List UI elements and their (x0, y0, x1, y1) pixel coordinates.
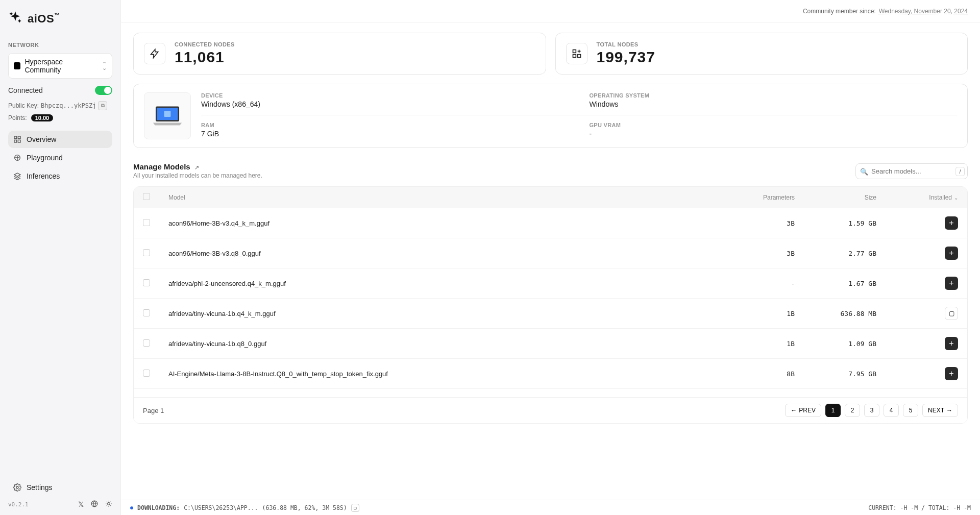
row-checkbox[interactable] (143, 339, 150, 347)
select-all-checkbox[interactable] (143, 193, 150, 200)
statusbar: ● DOWNLOADING: C:\USERS\26253\APP... (63… (121, 500, 980, 515)
model-name: acon96/Home-3B-v3.q4_k_m.gguf (159, 208, 722, 238)
device-card: DEVICE Windows (x86_64) OPERATING SYSTEM… (133, 84, 968, 148)
external-link-icon[interactable]: ↗ (194, 164, 199, 170)
row-checkbox[interactable] (143, 249, 150, 256)
table-row: acon96/Home-3B-v3.q8_0.gguf3B2.77 GB+ (134, 238, 967, 268)
col-size[interactable]: Size (804, 187, 886, 208)
ram-value: 7 GiB (201, 130, 569, 138)
model-action: + (886, 268, 967, 299)
vram-value: - (590, 130, 958, 138)
model-action: ▢ (886, 299, 967, 329)
page-2[interactable]: 2 (845, 404, 860, 417)
model-params: 1B (722, 299, 804, 329)
nav-overview[interactable]: Overview (8, 131, 112, 148)
model-name: afrideva/tiny-vicuna-1b.q8_0.gguf (159, 329, 722, 359)
status-right: CURRENT: -H -M / TOTAL: -H -M (868, 504, 971, 511)
model-size: 2.77 GB (804, 238, 886, 268)
x-logo-icon[interactable]: 𝕏 (78, 500, 84, 509)
svg-rect-1 (18, 136, 20, 139)
network-selector[interactable]: Hyperspace Community ⌃⌄ (8, 53, 112, 79)
sidebar-bottom: v0.2.1 𝕏 (8, 500, 112, 509)
status-state: DOWNLOADING: (137, 504, 180, 511)
table-row: afrideva/tiny-vicuna-1b.q8_0.gguf1B1.09 … (134, 329, 967, 359)
svg-rect-0 (14, 136, 17, 139)
model-size: 636.88 MB (804, 299, 886, 329)
col-parameters[interactable]: Parameters (722, 187, 804, 208)
stop-icon[interactable]: ▢ (351, 504, 359, 512)
chevron-down-icon: ⌄ (954, 195, 958, 201)
next-button[interactable]: NEXT→ (922, 404, 958, 417)
page-4[interactable]: 4 (884, 404, 899, 417)
search-input[interactable] (855, 163, 968, 179)
row-checkbox[interactable] (143, 309, 150, 316)
nav-inferences[interactable]: Inferences (8, 167, 112, 185)
svg-rect-13 (164, 111, 171, 117)
member-since-label: Community member since: (803, 8, 876, 15)
model-action: + (886, 329, 967, 359)
col-installed[interactable]: Installed⌄ (886, 187, 967, 208)
page-3[interactable]: 3 (864, 404, 879, 417)
pager: Page 1 ←PREV 1 2 3 4 5 NEXT→ (134, 397, 967, 423)
network-icon (14, 62, 20, 69)
search-icon: 🔍 (860, 167, 868, 175)
prev-button[interactable]: ←PREV (785, 404, 821, 417)
model-size: 4.58 GB (804, 389, 886, 398)
add-model-button[interactable]: + (945, 247, 958, 260)
model-size: 1.59 GB (804, 208, 886, 238)
svg-rect-9 (577, 55, 580, 58)
page-1[interactable]: 1 (825, 404, 841, 417)
svg-rect-8 (573, 50, 576, 53)
status-progress: (636.88 MB, 62%, 3M 58S) (262, 504, 347, 511)
model-size: 1.67 GB (804, 268, 886, 299)
add-model-button[interactable]: + (945, 367, 958, 380)
model-size: 1.09 GB (804, 329, 886, 359)
grid-icon (13, 135, 21, 143)
points-row: Points: 10.00 (8, 114, 112, 121)
row-checkbox[interactable] (143, 370, 150, 377)
brand-name: aiOS™ (28, 12, 60, 26)
sparkle-icon (13, 154, 21, 162)
model-params: 8B (722, 389, 804, 398)
total-nodes-card: TOTAL NODES 199,737 (555, 33, 968, 75)
table-row: afrideva/phi-2-uncensored.q4_k_m.gguf-1.… (134, 268, 967, 299)
page-5[interactable]: 5 (903, 404, 918, 417)
add-model-button[interactable]: + (945, 337, 958, 350)
model-action: + (886, 359, 967, 389)
nodes-icon (566, 43, 587, 64)
row-checkbox[interactable] (143, 219, 150, 226)
model-action: + (886, 238, 967, 268)
models-table-scroll[interactable]: Model Parameters Size Installed⌄ acon96/… (134, 187, 967, 397)
page-label: Page 1 (143, 407, 164, 414)
arrow-right-icon: → (946, 407, 952, 414)
connected-toggle[interactable] (95, 86, 112, 95)
model-name: akjindal53244/Llama-3.1-Storm-8B.Q4_K_M.… (159, 389, 722, 398)
globe-icon[interactable] (91, 500, 98, 509)
table-row: afrideva/tiny-vicuna-1b.q4_k_m.gguf1B636… (134, 299, 967, 329)
add-model-button[interactable]: + (945, 277, 958, 290)
public-key-row: Public Key: Bhpczq...ykPSZj ⧉ (8, 101, 112, 110)
points-badge: 10.00 (31, 114, 54, 121)
bolt-icon (144, 43, 165, 64)
chevron-updown-icon: ⌃⌄ (102, 62, 107, 70)
add-model-button[interactable]: + (945, 216, 958, 230)
svg-rect-10 (573, 55, 576, 58)
col-model[interactable]: Model (159, 187, 722, 208)
public-key-value: Bhpczq...ykPSZj (41, 102, 96, 109)
theme-icon[interactable] (105, 500, 112, 509)
device-value: Windows (x86_64) (201, 100, 569, 108)
copy-icon[interactable]: ⧉ (98, 101, 107, 110)
nav-settings[interactable]: Settings (8, 479, 112, 496)
version-label: v0.2.1 (8, 501, 29, 508)
row-checkbox[interactable] (143, 279, 150, 286)
stop-download-button[interactable]: ▢ (945, 307, 958, 320)
svg-rect-3 (18, 140, 20, 142)
model-params: 1B (722, 329, 804, 359)
manage-models-subtitle: All your installed models can be managed… (133, 172, 262, 179)
manage-models-title: Manage Models ↗ (133, 162, 262, 171)
nav-playground[interactable]: Playground (8, 149, 112, 166)
model-action: + (886, 389, 967, 398)
logo: aiOS™ (8, 10, 112, 28)
model-params: - (722, 268, 804, 299)
main: Community member since: Wednesday, Novem… (120, 0, 980, 515)
